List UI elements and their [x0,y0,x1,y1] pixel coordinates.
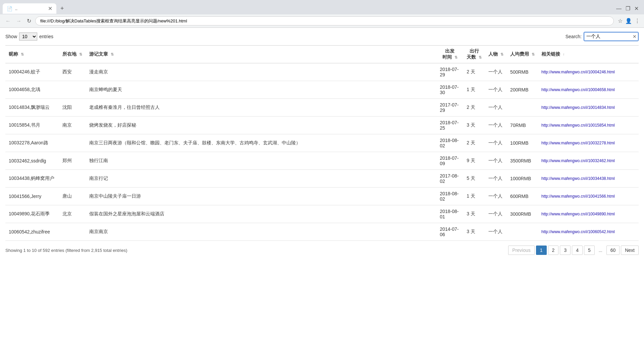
entries-select[interactable]: 102550100 [19,32,37,41]
table-cell: 漫走南京 [86,63,436,81]
table-cell: 一个人 [485,134,507,152]
table-cell [59,170,86,188]
sort-icon-cost: ⇅ [532,52,535,57]
sort-icon-location: ⇅ [79,52,82,57]
maximize-button[interactable]: ❐ [626,5,630,12]
show-entries-control: Show 102550100 entries [5,32,53,41]
menu-icon[interactable]: ⋮ [635,18,640,24]
table-cell: 10034438,蚂蜂窝用户 [5,170,59,188]
table-cell: 一个人 [485,117,507,134]
page-button-60[interactable]: 60 [606,246,620,255]
table-cell: 3 天 [463,117,485,134]
bookmark-icon[interactable]: ☆ [618,18,623,24]
table-cell: 老成椎有秦淮月，往日曾经照古人 [86,99,436,117]
page-button-5[interactable]: 5 [584,246,595,255]
table-cell: 10014834,飘渺瑞云 [5,99,59,117]
tab-close-button[interactable]: ✕ [48,5,52,12]
sort-icon-people: ⇅ [500,52,503,57]
table-cell: http://www.mafengwo.cn/i/10032462.html [538,152,639,170]
table-cell: http://www.mafengwo.cn/i/10032278.html [538,134,639,152]
table-cell: 10049890,花石雨季 [5,205,59,223]
table-cell: http://www.mafengwo.cn/i/10004246.html [538,63,639,81]
data-table: 昵称 ⇅ 所在地 ⇅ 游记文章 ⇅ 出发时间 ⇅ 出行天数 ⇅ 人物 ⇅ 人均费… [5,45,639,241]
table-cell [59,223,86,241]
search-clear-button[interactable]: ✕ [633,34,637,39]
table-cell: 5 天 [463,170,485,188]
search-input-wrap: ✕ [584,32,639,41]
table-cell: http://www.mafengwo.cn/i/10034438.html [538,170,639,188]
table-cell: 唐山 [59,188,86,205]
address-bar: ← → ↻ ☆ 👤 ⋮ [0,14,644,27]
table-cell: 一个人 [485,81,507,99]
table-row: 10041566,Jerry唐山南京中山陵夫子庙一日游2018-08-021 天… [5,188,639,205]
table-cell: 600RMB [507,188,538,205]
table-cell: http://www.mafengwo.cn/i/10041566.html [538,188,639,205]
table-cell: 一个人 [485,205,507,223]
table-cell: http://www.mafengwo.cn/i/10015854.html [538,117,639,134]
table-row: 10014834,飘渺瑞云沈阳老成椎有秦淮月，往日曾经照古人2017-07-29… [5,99,639,117]
reload-button[interactable]: ↻ [25,16,33,25]
table-cell: 10032462,ssdrdlg [5,152,59,170]
col-header-people[interactable]: 人物 ⇅ [485,46,507,63]
table-cell: 沈阳 [59,99,86,117]
table-header: 昵称 ⇅ 所在地 ⇅ 游记文章 ⇅ 出发时间 ⇅ 出行天数 ⇅ 人物 ⇅ 人均费… [5,46,639,63]
profile-icon[interactable]: 👤 [625,18,632,24]
previous-button[interactable]: Previous [508,246,534,255]
table-cell: 北京 [59,205,86,223]
table-cell: 一个人 [485,63,507,81]
page-button-4[interactable]: 4 [572,246,583,255]
search-input[interactable] [584,32,638,41]
table-row: 10015854,书月南京烧烤发烧友，好店探秘2018-07-253 天一个人7… [5,117,639,134]
new-tab-button[interactable]: + [58,4,67,13]
table-cell: 10060542,zhuzifree [5,223,59,241]
sort-icon-article: ⇅ [111,52,114,57]
col-header-nickname[interactable]: 昵称 ⇅ [5,46,59,63]
table-cell: 3500RMB [507,152,538,170]
table-cell: 10004246,蚊子 [5,63,59,81]
col-header-article[interactable]: 游记文章 ⇅ [86,46,436,63]
table-cell: 南京中山陵夫子庙一日游 [86,188,436,205]
table-cell: 假装在国外之星座泡泡屋和云端酒店 [86,205,436,223]
close-window-button[interactable]: ✕ [634,5,639,12]
minimize-button[interactable]: — [616,5,622,12]
table-row: 10032462,ssdrdlg郑州独行江南2018-07-099 天一个人35… [5,152,639,170]
table-cell: 2018-07-09 [436,152,463,170]
header-row: 昵称 ⇅ 所在地 ⇅ 游记文章 ⇅ 出发时间 ⇅ 出行天数 ⇅ 人物 ⇅ 人均费… [5,46,639,63]
page-button-3[interactable]: 3 [560,246,571,255]
table-cell: 2017-07-29 [436,99,463,117]
table-cell: 2017-08-02 [436,170,463,188]
table-cell: 10032278,Aaron路 [5,134,59,152]
table-cell: 1 天 [463,188,485,205]
page-button-1[interactable]: 1 [536,246,547,255]
col-header-location[interactable]: 所在地 ⇅ [59,46,86,63]
table-cell [59,81,86,99]
next-button[interactable]: Next [621,246,639,255]
col-header-link[interactable]: 相关链接 ↑ [538,46,639,63]
table-cell: 500RMB [507,63,538,81]
table-cell: 10015854,书月 [5,117,59,134]
url-input[interactable] [35,16,614,25]
table-cell [507,99,538,117]
forward-button[interactable]: → [15,17,23,25]
table-cell: 2018-07-30 [436,81,463,99]
col-header-depart[interactable]: 出发时间 ⇅ [436,46,463,63]
table-cell: 70RMB [507,117,538,134]
table-cell: 南京 [59,117,86,134]
back-button[interactable]: ← [4,17,12,25]
table-row: 10032278,Aaron路南京三日两夜游（颐和公馆、瞻园、老门东、夫子庙、鼓… [5,134,639,152]
table-cell: 南京行记 [86,170,436,188]
col-header-cost[interactable]: 人均费用 ⇅ [507,46,538,63]
table-cell: 100RMB [507,134,538,152]
table-cell: 一个人 [485,152,507,170]
active-tab[interactable]: 📄 .. ✕ [3,3,56,14]
tab-favicon: 📄 [7,6,12,11]
table-cell: 一个人 [485,223,507,241]
table-cell: 西安 [59,63,86,81]
table-cell: http://www.mafengwo.cn/i/10014834.html [538,99,639,117]
search-label: Search: [566,34,582,39]
page-button-2[interactable]: 2 [548,246,559,255]
col-header-days[interactable]: 出行天数 ⇅ [463,46,485,63]
top-controls: Show 102550100 entries Search: ✕ [5,32,639,41]
table-cell: 2014-07-06 [436,223,463,241]
table-cell: 南京南京 [86,223,436,241]
